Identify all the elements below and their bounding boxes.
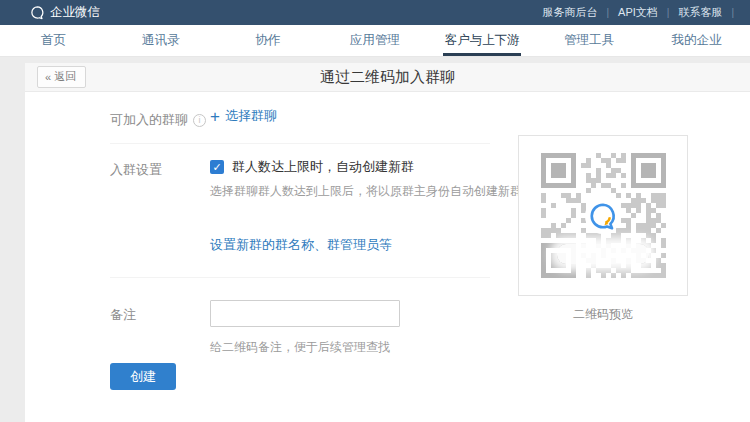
tab-4[interactable]: 应用管理 bbox=[321, 25, 428, 56]
tab-5[interactable]: 客户与上下游 bbox=[429, 25, 536, 56]
join-settings-helper: 选择群聊群人数达到上限后，将以原群主身份自动创建新群 bbox=[210, 183, 522, 200]
join-settings-label: 入群设置 bbox=[110, 161, 162, 179]
tab-label: 应用管理 bbox=[350, 32, 400, 49]
divider bbox=[110, 277, 490, 278]
create-button[interactable]: 创建 bbox=[110, 363, 176, 390]
wecom-qr-logo-icon bbox=[585, 198, 621, 234]
content-area: « 返回 通过二维码加入群聊 可加入的群聊 i + 选择群聊 入群设置 ✓ 群人… bbox=[0, 58, 750, 422]
brand[interactable]: 企业微信 bbox=[30, 4, 100, 21]
wecom-logo-icon bbox=[30, 5, 45, 20]
select-group-link-label: 选择群聊 bbox=[225, 107, 277, 125]
separator-icon: | bbox=[731, 7, 734, 18]
divider bbox=[110, 143, 490, 144]
tab-7[interactable]: 我的企业 bbox=[643, 25, 750, 56]
back-button-label: 返回 bbox=[54, 69, 76, 84]
back-button[interactable]: « 返回 bbox=[37, 66, 86, 88]
topbar-links: 服务商后台|API文档|联系客服| bbox=[542, 5, 734, 20]
topbar-link-1[interactable]: 服务商后台 bbox=[542, 5, 597, 20]
qr-redacted-area bbox=[557, 244, 649, 264]
select-group-link[interactable]: + 选择群聊 bbox=[210, 107, 277, 125]
remark-input[interactable] bbox=[210, 300, 400, 327]
card-header: « 返回 通过二维码加入群聊 bbox=[25, 63, 750, 92]
main-nav: 首页通讯录协作应用管理客户与上下游管理工具我的企业 bbox=[0, 25, 750, 57]
separator-icon: | bbox=[667, 7, 670, 18]
topbar-link-2[interactable]: API文档 bbox=[618, 5, 658, 20]
tab-3[interactable]: 协作 bbox=[214, 25, 321, 56]
tab-label: 管理工具 bbox=[564, 32, 614, 49]
qr-caption: 二维码预览 bbox=[518, 306, 688, 323]
tab-label: 客户与上下游 bbox=[445, 32, 520, 49]
back-chevrons-icon: « bbox=[45, 71, 51, 83]
card-body: 可加入的群聊 i + 选择群聊 入群设置 ✓ 群人数达上限时，自动创建新群 选择… bbox=[25, 92, 750, 422]
topbar: 企业微信 服务商后台|API文档|联系客服| bbox=[0, 0, 750, 25]
joinable-group-label: 可加入的群聊 i bbox=[110, 111, 206, 129]
info-icon[interactable]: i bbox=[193, 114, 206, 127]
tab-label: 通讯录 bbox=[142, 32, 180, 49]
tab-2[interactable]: 通讯录 bbox=[107, 25, 214, 56]
card: « 返回 通过二维码加入群聊 可加入的群聊 i + 选择群聊 入群设置 ✓ 群人… bbox=[25, 63, 750, 422]
auto-create-checkbox-label[interactable]: 群人数达上限时，自动创建新群 bbox=[232, 158, 414, 176]
remark-helper: 给二维码备注，便于后续管理查找 bbox=[210, 339, 390, 356]
tab-label: 我的企业 bbox=[671, 32, 721, 49]
qr-preview-box bbox=[518, 135, 688, 296]
tab-label: 协作 bbox=[255, 32, 280, 49]
plus-icon: + bbox=[210, 108, 220, 125]
joinable-group-label-text: 可加入的群聊 bbox=[110, 111, 188, 129]
brand-name: 企业微信 bbox=[50, 4, 100, 21]
tab-6[interactable]: 管理工具 bbox=[536, 25, 643, 56]
tab-label: 首页 bbox=[41, 32, 66, 49]
remark-label: 备注 bbox=[110, 306, 136, 324]
checkbox-checked[interactable]: ✓ bbox=[210, 160, 224, 174]
page-title: 通过二维码加入群聊 bbox=[25, 68, 750, 87]
topbar-link-3[interactable]: 联系客服 bbox=[678, 5, 722, 20]
tab-1[interactable]: 首页 bbox=[0, 25, 107, 56]
auto-create-checkbox-row: ✓ 群人数达上限时，自动创建新群 bbox=[210, 158, 414, 176]
new-group-settings-link[interactable]: 设置新群的群名称、群管理员等 bbox=[210, 236, 392, 254]
active-tab-underline bbox=[443, 53, 521, 56]
separator-icon: | bbox=[606, 7, 609, 18]
qr-code-image bbox=[541, 153, 666, 278]
